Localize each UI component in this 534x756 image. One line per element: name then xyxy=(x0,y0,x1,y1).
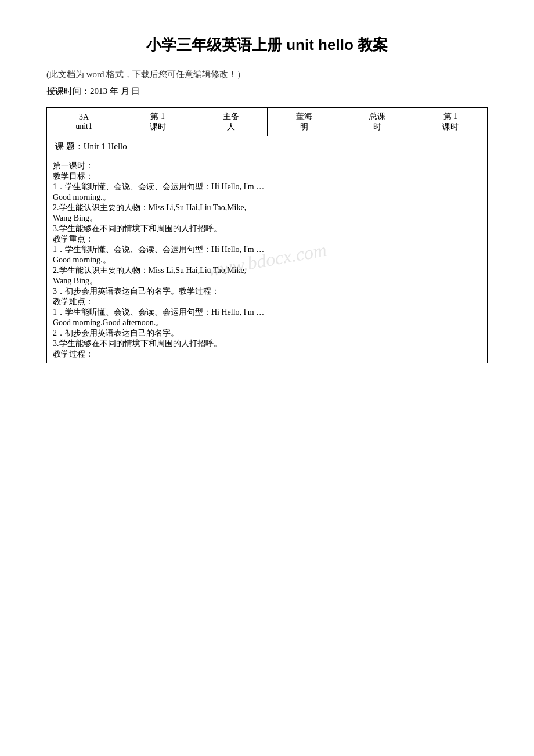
date-line: 授课时间：2013 年 月 日 xyxy=(46,86,488,97)
content-line-16: Good morning.Good afternoon.。 xyxy=(53,318,481,328)
content-line-3: 1．学生能听懂、会说、会读、会运用句型：Hi Hello, I'm … xyxy=(53,182,481,192)
content-cell: www.bdocx.com 第一课时： 教学目标： 1．学生能听懂、会说、会读、… xyxy=(47,157,488,363)
content-line-1: 第一课时： xyxy=(53,161,481,171)
content-line-14: 教学难点： xyxy=(53,297,481,307)
content-line-12: Wang Bing。 xyxy=(53,276,481,286)
content-line-17: 2．初步会用英语表达自己的名字。 xyxy=(53,328,481,339)
content-line-18: 3.学生能够在不同的情境下和周围的人打招呼。 xyxy=(53,339,481,349)
col-preparer-name: 董海明 xyxy=(268,108,341,136)
content-line-8: 教学重点： xyxy=(53,234,481,244)
content-line-2: 教学目标： xyxy=(53,171,481,182)
content-line-13: 3．初步会用英语表达自己的名字。教学过程： xyxy=(53,286,481,297)
table-header-row: 3Aunit1 第 1课时 主备人 董海明 总课时 第 1课时 xyxy=(47,108,488,136)
col-total-label: 总课时 xyxy=(341,108,414,136)
col-preparer-label: 主备人 xyxy=(194,108,268,136)
lesson-title-row: 课 题：Unit 1 Hello xyxy=(47,136,488,157)
lesson-table: 3Aunit1 第 1课时 主备人 董海明 总课时 第 1课时 课 题：Unit… xyxy=(46,107,488,363)
content-row: www.bdocx.com 第一课时： 教学目标： 1．学生能听懂、会说、会读、… xyxy=(47,157,488,363)
content-line-6: Wang Bing。 xyxy=(53,213,481,224)
content-line-9: 1．学生能听懂、会说、会读、会运用句型：Hi Hello, I'm … xyxy=(53,244,481,255)
content-line-11: 2.学生能认识主要的人物：Miss Li,Su Hai,Liu Tao,Mike… xyxy=(53,265,481,276)
lesson-title: 课 题：Unit 1 Hello xyxy=(47,136,488,157)
content-line-15: 1．学生能听懂、会说、会读、会运用句型：Hi Hello, I'm … xyxy=(53,307,481,318)
col-period: 第 1课时 xyxy=(121,108,194,136)
content-line-10: Good morning.。 xyxy=(53,255,481,265)
subtitle: (此文档为 word 格式，下载后您可任意编辑修改！） xyxy=(46,69,488,80)
col-total-period: 第 1课时 xyxy=(414,108,487,136)
col-class: 3Aunit1 xyxy=(47,108,121,136)
content-line-4: Good morning.。 xyxy=(53,192,481,203)
content-line-5: 2.学生能认识主要的人物：Miss Li,Su Hai,Liu Tao,Mike… xyxy=(53,203,481,213)
page-title: 小学三年级英语上册 unit hello 教案 xyxy=(46,35,488,55)
content-line-19: 教学过程： xyxy=(53,349,481,359)
content-line-7: 3.学生能够在不同的情境下和周围的人打招呼。 xyxy=(53,224,481,234)
content-area: www.bdocx.com 第一课时： 教学目标： 1．学生能听懂、会说、会读、… xyxy=(53,161,481,359)
